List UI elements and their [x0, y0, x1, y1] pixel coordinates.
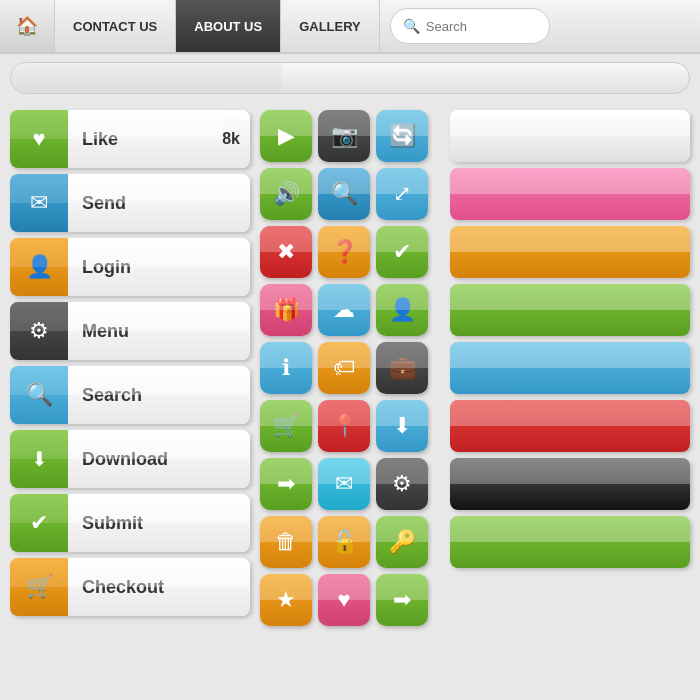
send-button[interactable]: ✉ Send: [10, 174, 250, 232]
progress-bar: [10, 62, 690, 94]
nav-home[interactable]: 🏠: [0, 0, 55, 52]
right-bars: [450, 110, 690, 626]
menu-label: Menu: [68, 302, 250, 360]
check-icon[interactable]: ✔: [376, 226, 428, 278]
like-badge: 8k: [222, 110, 250, 168]
icon-row-2: 🔊 🔍 ⤢: [260, 168, 440, 220]
close-icon[interactable]: ✖: [260, 226, 312, 278]
menu-button[interactable]: ⚙ Menu: [10, 302, 250, 360]
share-icon[interactable]: ➡: [376, 574, 428, 626]
play-icon[interactable]: ▶: [260, 110, 312, 162]
send-label: Send: [68, 174, 250, 232]
download-icon: ⬇: [10, 430, 68, 488]
progress-fill: [11, 63, 282, 93]
key-icon[interactable]: 🔑: [376, 516, 428, 568]
nav-search-box[interactable]: 🔍: [390, 8, 550, 44]
bar-orange[interactable]: [450, 226, 690, 278]
bar-pink[interactable]: [450, 168, 690, 220]
center-icons: ▶ 📷 🔄 🔊 🔍 ⤢ ✖ ❓ ✔ 🎁 ☁ 👤 ℹ 🏷 💼 🛒 📍 ⬇: [260, 110, 440, 626]
briefcase-icon[interactable]: 💼: [376, 342, 428, 394]
icon-row-8: 🗑 🔓 🔑: [260, 516, 440, 568]
search-input[interactable]: [426, 19, 537, 34]
tag-icon[interactable]: 🏷: [318, 342, 370, 394]
person-icon[interactable]: 👤: [376, 284, 428, 336]
nav-about[interactable]: ABOUT US: [176, 0, 281, 52]
mail-icon[interactable]: ✉: [318, 458, 370, 510]
submit-button[interactable]: ✔ Submit: [10, 494, 250, 552]
gear-icon[interactable]: ⚙: [376, 458, 428, 510]
login-label: Login: [68, 238, 250, 296]
bookmark-icon[interactable]: ⬇: [376, 400, 428, 452]
like-button[interactable]: ♥ Like 8k: [10, 110, 250, 168]
nav-gallery[interactable]: GALLERY: [281, 0, 380, 52]
like-label: Like: [68, 110, 222, 168]
gift-icon[interactable]: 🎁: [260, 284, 312, 336]
info-icon[interactable]: ℹ: [260, 342, 312, 394]
trash-icon[interactable]: 🗑: [260, 516, 312, 568]
menu-icon: ⚙: [10, 302, 68, 360]
main-content: ♥ Like 8k ✉ Send 👤 Login ⚙ Menu 🔍 Search…: [0, 102, 700, 634]
search-button[interactable]: 🔍 Search: [10, 366, 250, 424]
zoom-icon[interactable]: 🔍: [318, 168, 370, 220]
login-icon: 👤: [10, 238, 68, 296]
help-icon[interactable]: ❓: [318, 226, 370, 278]
arrow-right-icon[interactable]: ➡: [260, 458, 312, 510]
icon-row-5: ℹ 🏷 💼: [260, 342, 440, 394]
bar-green[interactable]: [450, 284, 690, 336]
search-btn-icon: 🔍: [10, 366, 68, 424]
bar-lightblue[interactable]: [450, 342, 690, 394]
icon-row-9: ★ ♥ ➡: [260, 574, 440, 626]
star-icon[interactable]: ★: [260, 574, 312, 626]
submit-icon: ✔: [10, 494, 68, 552]
checkout-label: Checkout: [68, 558, 250, 616]
bar-red[interactable]: [450, 400, 690, 452]
camera-icon[interactable]: 📷: [318, 110, 370, 162]
icon-row-7: ➡ ✉ ⚙: [260, 458, 440, 510]
left-buttons: ♥ Like 8k ✉ Send 👤 Login ⚙ Menu 🔍 Search…: [10, 110, 250, 626]
cart-icon[interactable]: 🛒: [260, 400, 312, 452]
checkout-icon: 🛒: [10, 558, 68, 616]
search-icon: 🔍: [403, 18, 420, 34]
heart-icon[interactable]: ♥: [318, 574, 370, 626]
location-icon[interactable]: 📍: [318, 400, 370, 452]
refresh-icon[interactable]: 🔄: [376, 110, 428, 162]
bar-white[interactable]: [450, 110, 690, 162]
bar-green2[interactable]: [450, 516, 690, 568]
icon-row-4: 🎁 ☁ 👤: [260, 284, 440, 336]
login-button[interactable]: 👤 Login: [10, 238, 250, 296]
nav-contact[interactable]: CONTACT US: [55, 0, 176, 52]
search-label: Search: [68, 366, 250, 424]
icon-row-6: 🛒 📍 ⬇: [260, 400, 440, 452]
icon-row-1: ▶ 📷 🔄: [260, 110, 440, 162]
cloud-icon[interactable]: ☁: [318, 284, 370, 336]
volume-icon[interactable]: 🔊: [260, 168, 312, 220]
navbar: 🏠 CONTACT US ABOUT US GALLERY 🔍: [0, 0, 700, 54]
send-icon: ✉: [10, 174, 68, 232]
lock-icon[interactable]: 🔓: [318, 516, 370, 568]
like-icon: ♥: [10, 110, 68, 168]
bar-black[interactable]: [450, 458, 690, 510]
icon-row-3: ✖ ❓ ✔: [260, 226, 440, 278]
expand-icon[interactable]: ⤢: [376, 168, 428, 220]
checkout-button[interactable]: 🛒 Checkout: [10, 558, 250, 616]
download-label: Download: [68, 430, 250, 488]
download-button[interactable]: ⬇ Download: [10, 430, 250, 488]
submit-label: Submit: [68, 494, 250, 552]
